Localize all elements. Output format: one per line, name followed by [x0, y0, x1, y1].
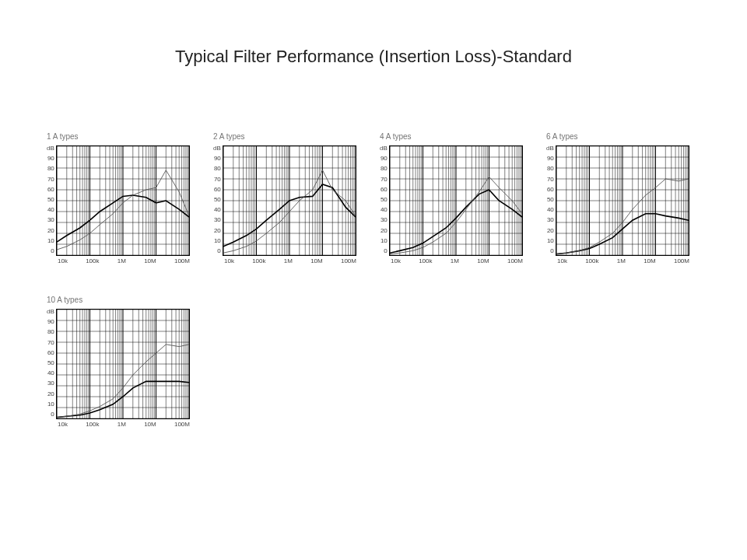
y-tick: 10 [47, 238, 54, 244]
x-axis-ticks: 10k100k1M10M100M [391, 257, 523, 264]
chart-panel: 4 A typesdB908070605040302010010k100k1M1… [380, 132, 523, 264]
x-tick: 10M [144, 421, 156, 428]
y-tick: 80 [546, 166, 554, 172]
x-tick: 100M [174, 257, 190, 264]
y-tick: 30 [47, 217, 54, 223]
x-tick: 100M [174, 421, 190, 428]
y-tick: 20 [47, 228, 54, 234]
y-tick: 40 [546, 207, 554, 213]
y-tick: 50 [213, 197, 221, 203]
x-tick: 1M [117, 257, 126, 264]
y-tick: 0 [213, 248, 221, 254]
charts-row-1: 1 A typesdB908070605040302010010k100k1M1… [47, 132, 689, 264]
y-tick: 60 [213, 187, 221, 193]
chart-subtitle: 1 A types [47, 132, 190, 141]
y-tick: 0 [47, 248, 54, 254]
y-tick: 0 [380, 248, 388, 254]
y-tick: 30 [546, 217, 554, 223]
y-tick: 70 [47, 340, 54, 346]
x-tick: 100M [674, 257, 689, 264]
y-tick: dB [380, 145, 388, 152]
x-tick: 100k [419, 257, 432, 264]
chart-subtitle: 2 A types [213, 132, 356, 141]
x-tick: 10k [391, 257, 401, 264]
x-axis-ticks: 10k100k1M10M100M [557, 257, 689, 264]
x-axis-ticks: 10k100k1M10M100M [224, 257, 356, 264]
y-tick: dB [47, 309, 54, 315]
x-tick: 1M [617, 257, 626, 264]
y-tick: 80 [213, 166, 221, 172]
x-tick: 100k [252, 257, 265, 264]
y-tick: 10 [213, 238, 221, 244]
y-tick: 90 [380, 156, 388, 162]
y-tick: 60 [380, 187, 388, 193]
y-axis-ticks: dB9080706050403020100 [546, 145, 554, 254]
y-tick: dB [213, 145, 221, 152]
y-tick: 90 [546, 156, 554, 162]
chart-panel: 10 A typesdB908070605040302010010k100k1M… [47, 296, 190, 428]
chart-plot [56, 145, 190, 256]
y-tick: 50 [380, 197, 388, 203]
y-tick: 70 [47, 177, 54, 183]
x-tick: 10k [58, 257, 68, 264]
x-tick: 100M [507, 257, 523, 264]
y-tick: 40 [47, 207, 54, 213]
chart-subtitle: 10 A types [47, 296, 190, 304]
y-tick: 90 [47, 156, 54, 162]
chart-plot [223, 145, 356, 256]
y-tick: 50 [47, 360, 54, 366]
y-tick: 80 [47, 166, 54, 172]
y-tick: 70 [213, 177, 221, 183]
x-tick: 100k [585, 257, 598, 264]
y-tick: 80 [47, 329, 54, 335]
chart-subtitle: 6 A types [546, 132, 689, 141]
y-tick: 70 [546, 177, 554, 183]
x-tick: 1M [451, 257, 459, 264]
page-title: Typical Filter Performance (Insertion Lo… [0, 47, 747, 67]
y-tick: 40 [213, 207, 221, 213]
y-tick: dB [546, 145, 554, 152]
x-tick: 10M [477, 257, 489, 264]
x-tick: 10M [144, 257, 156, 264]
y-tick: 40 [380, 207, 388, 213]
x-tick: 1M [284, 257, 293, 264]
chart-plot [389, 145, 523, 256]
y-axis-ticks: dB9080706050403020100 [47, 145, 54, 254]
x-tick: 1M [117, 421, 126, 428]
y-tick: 90 [47, 319, 54, 325]
chart-panel: 1 A typesdB908070605040302010010k100k1M1… [47, 132, 190, 264]
chart-panel: 6 A typesdB908070605040302010010k100k1M1… [546, 132, 689, 264]
x-tick: 10M [644, 257, 656, 264]
x-tick: 10k [224, 257, 234, 264]
y-tick: 0 [47, 411, 54, 418]
y-tick: 10 [546, 238, 554, 244]
x-tick: 100M [341, 257, 356, 264]
y-tick: 60 [47, 350, 54, 356]
y-tick: 20 [213, 228, 221, 234]
y-tick: 20 [546, 228, 554, 234]
x-tick: 100k [86, 257, 99, 264]
charts-row-2: 10 A typesdB908070605040302010010k100k1M… [47, 296, 689, 428]
x-axis-ticks: 10k100k1M10M100M [58, 421, 190, 428]
chart-plot [556, 145, 689, 256]
y-tick: 80 [380, 166, 388, 172]
x-tick: 100k [86, 421, 99, 428]
x-tick: 10M [310, 257, 323, 264]
y-axis-ticks: dB9080706050403020100 [213, 145, 221, 254]
y-axis-ticks: dB9080706050403020100 [380, 145, 388, 254]
x-axis-ticks: 10k100k1M10M100M [58, 257, 190, 264]
y-tick: 10 [380, 238, 388, 244]
y-tick: 50 [47, 197, 54, 203]
x-tick: 10k [557, 257, 567, 264]
y-tick: 70 [380, 177, 388, 183]
chart-plot [56, 309, 190, 419]
y-tick: 20 [47, 391, 54, 397]
chart-panel: 2 A typesdB908070605040302010010k100k1M1… [213, 132, 356, 264]
chart-subtitle: 4 A types [380, 132, 523, 141]
charts-container: 1 A typesdB908070605040302010010k100k1M1… [47, 132, 689, 459]
y-tick: 10 [47, 401, 54, 408]
y-tick: 30 [213, 217, 221, 223]
y-tick: 40 [47, 370, 54, 376]
y-tick: 20 [380, 228, 388, 234]
y-tick: 60 [546, 187, 554, 193]
